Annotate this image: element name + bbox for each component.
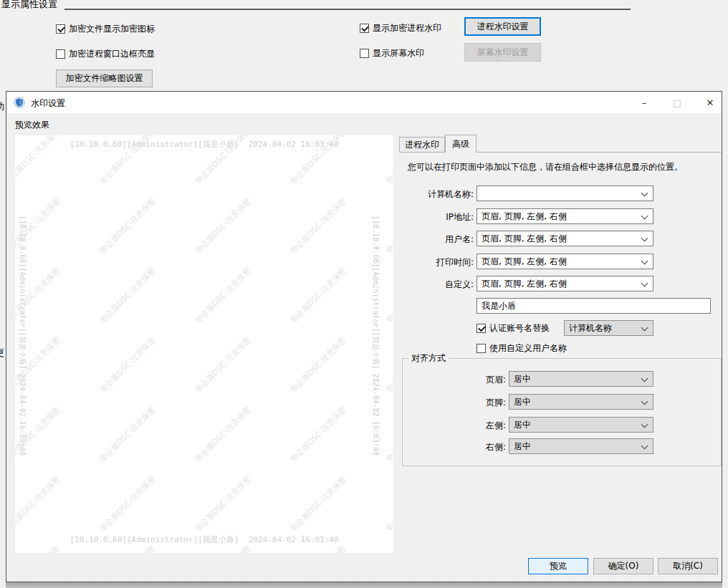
left-align-combo[interactable]: 居中 xyxy=(509,417,653,433)
watermark-diagonal-text: 华企盾DSC-注意保密 xyxy=(288,473,348,534)
chevron-down-icon xyxy=(641,258,648,265)
checkbox-row-screen-watermark[interactable]: 显示屏幕水印 xyxy=(360,47,424,59)
computer-name-label: 计算机名称: xyxy=(393,188,474,201)
watermark-diagonal-text: 华企盾DSC-注意保密 xyxy=(193,196,253,256)
tab-advanced[interactable]: 高级 xyxy=(445,135,476,153)
thumbnail-settings-button[interactable]: 加密文件缩略图设置 xyxy=(56,69,153,87)
app-shield-icon xyxy=(14,97,25,108)
ip-address-combo[interactable]: 页眉, 页脚, 左侧, 右侧 xyxy=(476,208,653,224)
watermark-diagonal-text: 华企盾DSC-注意保密 xyxy=(97,334,158,395)
checkbox-row-window-border[interactable]: 加密进程窗口边框亮显 xyxy=(56,48,155,60)
footer-align-value: 居中 xyxy=(514,396,531,408)
custom-label: 自定义: xyxy=(393,279,474,291)
watermark-diagonal-text: 华企盾DSC-注意保密 xyxy=(383,404,393,464)
custom-text-input[interactable]: 我是小盾 xyxy=(476,298,711,314)
checkbox-process-watermark[interactable] xyxy=(360,24,369,33)
alignment-group-title: 对齐方式 xyxy=(408,352,449,365)
footer-align-combo[interactable]: 居中 xyxy=(509,394,653,410)
header-align-value: 居中 xyxy=(514,373,531,385)
checkbox-screen-watermark[interactable] xyxy=(360,49,369,58)
chevron-down-icon xyxy=(641,421,648,428)
username-combo-value: 页眉, 页脚, 左侧, 右侧 xyxy=(482,233,567,245)
right-align-label: 右侧: xyxy=(445,441,506,453)
preview-area: [10.10.0.60][Administrator][我是小盾] 2024-0… xyxy=(15,135,393,553)
chevron-down-icon xyxy=(641,375,648,382)
dialog-title: 水印设置 xyxy=(31,97,65,110)
cancel-button[interactable]: 取消(C) xyxy=(658,558,718,574)
auth-replace-checkbox[interactable] xyxy=(476,324,486,333)
header-align-label: 页眉: xyxy=(445,374,506,386)
watermark-diagonal-text: 华企盾DSC-注意保密 xyxy=(193,404,253,464)
close-button[interactable]: ✕ xyxy=(696,92,724,113)
watermark-footer-text: [10.10.0.60][Administrator][我是小盾] 2024-0… xyxy=(15,534,393,545)
computer-name-combo[interactable] xyxy=(476,185,653,201)
watermark-diagonal-text: 华企盾DSC-注意保密 xyxy=(97,404,158,464)
watermark-diagonal-text: 华企盾DSC-注意保密 xyxy=(97,265,158,325)
checkbox-encrypt-icon[interactable] xyxy=(56,24,65,34)
footer-align-label: 页脚: xyxy=(445,397,506,409)
display-properties-group-title: 显示属性设置 xyxy=(1,0,57,11)
right-align-combo[interactable]: 居中 xyxy=(509,438,653,454)
dialog-shadow xyxy=(6,582,722,588)
watermark-diagonal-text: 华企盾DSC-注意保密 xyxy=(97,473,158,534)
screen-watermark-settings-button: 屏幕水印设置 xyxy=(464,43,541,62)
custom-combo[interactable]: 页眉, 页脚, 左侧, 右侧 xyxy=(476,276,653,291)
watermark-diagonal-text: 华企盾DSC-注意保密 xyxy=(383,265,393,325)
chevron-down-icon xyxy=(641,280,648,287)
custom-username-checkbox[interactable] xyxy=(476,344,486,353)
watermark-diagonal-text: 华企盾DSC-注意保密 xyxy=(383,196,393,256)
watermark-settings-dialog: 水印设置 – □ ✕ 预览效果 [10.10.0.60][Administrat… xyxy=(6,91,722,582)
checkbox-encrypt-icon-label: 加密文件显示加密图标 xyxy=(69,23,155,35)
auth-replace-combo[interactable]: 计算机名称 xyxy=(564,320,653,336)
process-watermark-settings-button[interactable]: 进程水印设置 xyxy=(464,17,541,36)
left-align-value: 居中 xyxy=(514,419,531,431)
ip-address-label: IP地址: xyxy=(393,211,474,223)
watermark-header-text: [10.10.0.60][Administrator][我是小盾] 2024-0… xyxy=(15,139,393,150)
checkbox-process-watermark-label: 显示加密进程水印 xyxy=(373,22,441,34)
checkbox-window-border-label: 加密进程窗口边框亮显 xyxy=(69,48,155,60)
checkbox-window-border[interactable] xyxy=(56,49,65,59)
chevron-down-icon xyxy=(641,213,648,220)
chevron-down-icon xyxy=(641,190,648,197)
header-align-combo[interactable]: 居中 xyxy=(509,371,653,387)
print-time-label: 打印时间: xyxy=(393,256,474,269)
watermark-diagonal-text: 华企盾DSC-注意保密 xyxy=(288,196,348,256)
preview-button[interactable]: 预览 xyxy=(528,558,588,574)
watermark-diagonal-text: 华企盾DSC-注意保密 xyxy=(193,265,253,325)
checkbox-screen-watermark-label: 显示屏幕水印 xyxy=(373,47,424,59)
username-combo[interactable]: 页眉, 页脚, 左侧, 右侧 xyxy=(476,231,653,246)
checkbox-row-encrypt-icon[interactable]: 加密文件显示加密图标 xyxy=(56,23,155,35)
print-time-combo[interactable]: 页眉, 页脚, 左侧, 右侧 xyxy=(476,254,653,269)
custom-text-value: 我是小盾 xyxy=(482,300,516,312)
custom-username-label: 使用自定义用户名称 xyxy=(489,342,567,355)
custom-combo-value: 页眉, 页脚, 左侧, 右侧 xyxy=(482,278,567,290)
watermark-diagonal-text: 华企盾DSC-注意保密 xyxy=(288,404,348,464)
chevron-down-icon xyxy=(641,443,648,450)
watermark-diagonal-text: 华企盾DSC-注意保密 xyxy=(383,334,393,395)
print-time-combo-value: 页眉, 页脚, 左侧, 右侧 xyxy=(482,256,567,268)
watermark-diagonal-text: 华企盾DSC-注意保密 xyxy=(288,334,348,395)
advanced-instruction: 您可以在打印页面中添加以下信息，请在组合框中选择信息显示的位置。 xyxy=(408,161,720,173)
checkbox-row-process-watermark[interactable]: 显示加密进程水印 xyxy=(360,22,441,34)
chevron-down-icon xyxy=(641,324,648,332)
watermark-diagonal-text: 华企盾DSC-注意保密 xyxy=(97,196,158,256)
auth-replace-row[interactable]: 认证账号名替换 xyxy=(476,322,550,334)
tab-advanced-label: 高级 xyxy=(452,138,469,150)
ip-address-combo-value: 页眉, 页脚, 左侧, 右侧 xyxy=(482,211,567,223)
watermark-diagonal-text: 华企盾DSC-注意保密 xyxy=(288,265,348,325)
watermark-right-text: [10.10.0.60][Administrator][我是小盾] 2024-0… xyxy=(370,216,380,456)
ok-button[interactable]: 确定(O) xyxy=(593,558,653,574)
background-text-fragment: 更 xyxy=(0,347,6,358)
minimize-button[interactable]: – xyxy=(631,92,658,113)
background-text-fragment: 功 xyxy=(0,100,6,112)
right-align-value: 居中 xyxy=(514,440,531,453)
tab-process-watermark[interactable]: 进程水印 xyxy=(399,137,445,153)
dialog-titlebar[interactable]: 水印设置 – □ ✕ xyxy=(6,92,722,113)
chevron-down-icon xyxy=(641,398,648,405)
watermark-diagonal-text: 华企盾DSC-注意保密 xyxy=(193,473,253,534)
custom-username-row[interactable]: 使用自定义用户名称 xyxy=(476,342,567,355)
watermark-diagonal-text: 华企盾DSC-注意保密 xyxy=(193,334,253,395)
auth-replace-combo-value: 计算机名称 xyxy=(569,322,612,334)
left-align-label: 左侧: xyxy=(445,420,506,432)
watermark-diagonal-text: 华企盾DSC-注意保密 xyxy=(15,473,62,534)
